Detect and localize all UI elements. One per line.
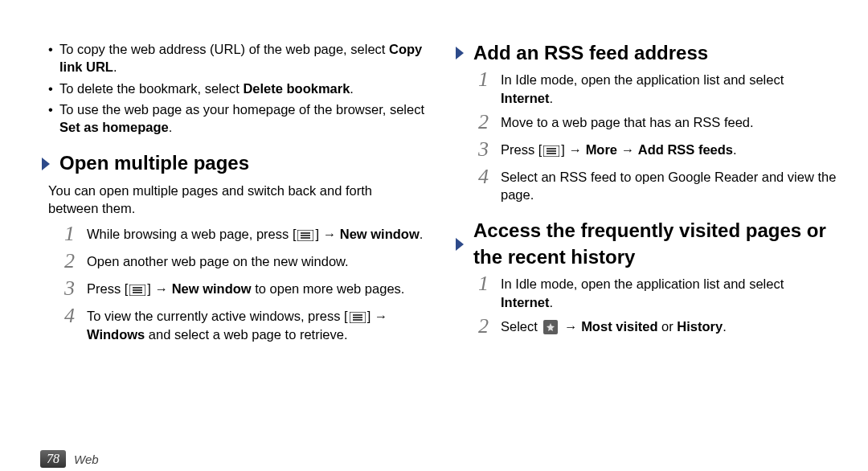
step-item: 2 Open another web page on the new windo… bbox=[64, 252, 425, 273]
step-text: Select → Most visited or History. bbox=[501, 317, 727, 338]
step-number: 4 bbox=[478, 166, 501, 203]
step-number: 1 bbox=[478, 273, 501, 309]
bullet-dot: • bbox=[48, 40, 59, 76]
section-label: Web bbox=[74, 453, 99, 466]
bookmark-options-list: • To copy the web address (URL) of the w… bbox=[40, 40, 425, 136]
chevron-right-icon bbox=[454, 45, 465, 61]
heading-open-multiple-pages: Open multiple pages bbox=[40, 150, 425, 176]
bullet-item: • To delete the bookmark, select Delete … bbox=[48, 80, 425, 97]
bullet-item: • To copy the web address (URL) of the w… bbox=[48, 40, 425, 76]
step-text: While browsing a web page, press [] → Ne… bbox=[87, 225, 423, 246]
step-number: 1 bbox=[478, 69, 501, 105]
page-footer: 78 Web bbox=[0, 450, 868, 468]
step-item: 3 Press [] → New window to open more web… bbox=[64, 280, 425, 301]
step-number: 3 bbox=[64, 278, 87, 299]
step-text: Select an RSS feed to open Google Reader… bbox=[501, 168, 839, 204]
step-item: 1 While browsing a web page, press [] → … bbox=[64, 225, 425, 246]
heading-text: Access the frequently visited pages or t… bbox=[473, 218, 839, 270]
step-text: Move to a web page that has an RSS feed. bbox=[501, 113, 754, 134]
bullet-text: To copy the web address (URL) of the web… bbox=[59, 40, 425, 76]
section-description: You can open multiple pages and switch b… bbox=[48, 182, 425, 218]
step-item: 4 To view the currently active windows, … bbox=[64, 307, 425, 343]
step-text: Open another web page on the new window. bbox=[87, 252, 349, 273]
step-text: Press [] → More → Add RSS feeds. bbox=[501, 141, 737, 162]
open-pages-steps: 1 While browsing a web page, press [] → … bbox=[40, 225, 425, 343]
step-number: 1 bbox=[64, 223, 87, 244]
step-text: Press [] → New window to open more web p… bbox=[87, 280, 404, 301]
left-column: • To copy the web address (URL) of the w… bbox=[40, 40, 425, 450]
menu-icon bbox=[129, 285, 145, 296]
chevron-right-icon bbox=[454, 236, 465, 252]
menu-icon bbox=[297, 230, 313, 241]
history-steps: 1 In Idle mode, open the application lis… bbox=[454, 275, 839, 338]
bullet-dot: • bbox=[48, 100, 59, 137]
step-number: 2 bbox=[64, 251, 87, 272]
heading-text: Open multiple pages bbox=[59, 150, 249, 176]
step-number: 2 bbox=[478, 112, 501, 133]
step-number: 3 bbox=[478, 139, 501, 160]
menu-icon bbox=[543, 145, 559, 157]
page-number: 78 bbox=[40, 450, 66, 468]
heading-text: Add an RSS feed address bbox=[473, 40, 708, 66]
bullet-text: To use the web page as your homepage of … bbox=[59, 100, 425, 137]
right-column: Add an RSS feed address 1 In Idle mode, … bbox=[454, 40, 839, 450]
heading-access-history: Access the frequently visited pages or t… bbox=[454, 218, 839, 270]
step-number: 2 bbox=[478, 316, 501, 337]
menu-icon bbox=[350, 312, 366, 323]
step-item: 1 In Idle mode, open the application lis… bbox=[478, 275, 839, 311]
bullet-item: • To use the web page as your homepage o… bbox=[48, 100, 425, 137]
chevron-right-icon bbox=[40, 156, 51, 172]
rss-steps: 1 In Idle mode, open the application lis… bbox=[454, 71, 839, 203]
bullet-text: To delete the bookmark, select Delete bo… bbox=[59, 80, 354, 97]
step-item: 4 Select an RSS feed to open Google Read… bbox=[478, 168, 839, 204]
bookmark-star-icon bbox=[543, 320, 558, 334]
step-text: To view the currently active windows, pr… bbox=[87, 307, 425, 343]
step-text: In Idle mode, open the application list … bbox=[501, 71, 839, 107]
step-text: In Idle mode, open the application list … bbox=[501, 275, 839, 311]
step-item: 2 Move to a web page that has an RSS fee… bbox=[478, 113, 839, 134]
step-item: 1 In Idle mode, open the application lis… bbox=[478, 71, 839, 107]
step-item: 3 Press [] → More → Add RSS feeds. bbox=[478, 141, 839, 162]
step-item: 2 Select → Most visited or History. bbox=[478, 317, 839, 338]
heading-add-rss: Add an RSS feed address bbox=[454, 40, 839, 66]
bullet-dot: • bbox=[48, 80, 59, 97]
step-number: 4 bbox=[64, 305, 87, 342]
